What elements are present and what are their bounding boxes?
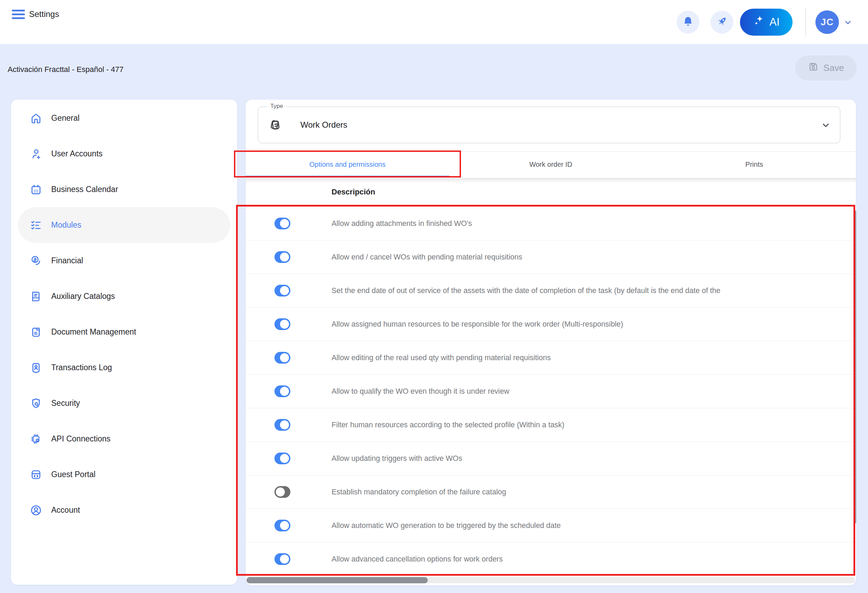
sidebar-item-api-connections[interactable]: API Connections (18, 421, 230, 457)
tab-work-order-id[interactable]: Work order ID (449, 152, 653, 177)
sidebar-item-guest-portal[interactable]: Guest Portal (18, 457, 230, 492)
sidebar-item-modules[interactable]: Modules (18, 207, 230, 243)
tab-prints[interactable]: Prints (652, 152, 856, 177)
permission-row: Set the end date of out of service of th… (246, 274, 856, 308)
tab-label: Prints (745, 161, 763, 168)
permission-label: Set the end date of out of service of th… (332, 286, 856, 295)
top-bar: Settings (0, 0, 868, 44)
toggle-switch[interactable] (275, 385, 290, 397)
sidebar-item-business-calendar[interactable]: Business Calendar (18, 172, 230, 207)
permission-row: Allow editing of the real used qty with … (246, 341, 856, 375)
chevron-down-icon[interactable] (843, 18, 853, 29)
vertical-scrollbar[interactable] (853, 210, 856, 524)
avatar-initials: JC (821, 16, 834, 28)
sidebar-item-user-accounts[interactable]: User Accounts (18, 136, 230, 172)
sidebar-item-financial[interactable]: Financial (18, 243, 230, 279)
chevron-down-icon[interactable] (821, 120, 831, 132)
sidebar-item-label: General (51, 114, 80, 123)
type-select-value: Work Orders (300, 107, 347, 143)
breadcrumb: Activación Fracttal - Español - 477 (7, 65, 124, 74)
table-header-separator (246, 205, 856, 205)
sidebar-item-transactions-log[interactable]: Transactions Log (18, 350, 230, 385)
toggle-switch[interactable] (275, 419, 290, 431)
chip-gear-icon (30, 433, 42, 445)
notifications-button[interactable] (677, 11, 700, 34)
person-circle-icon (30, 504, 42, 516)
calendar-icon (30, 183, 42, 196)
page-title: Settings (29, 9, 59, 19)
permission-label: Allow updating triggers with active WOs (332, 454, 856, 463)
permission-row: Allow adding attachments in finished WO'… (246, 207, 856, 240)
sidebar-item-security[interactable]: Security (18, 385, 230, 421)
toggle-switch[interactable] (275, 553, 290, 565)
home-icon (30, 112, 42, 125)
sidebar-item-label: Document Management (51, 327, 136, 336)
sidebar-item-label: Auxiliary Catalogs (51, 292, 115, 301)
avatar[interactable]: JC (815, 10, 839, 34)
receipt-person-icon (30, 361, 42, 374)
tab-options-and-permissions[interactable]: Options and permissions (246, 152, 449, 177)
permission-label: Allow to qualify the WO even though it i… (332, 387, 856, 396)
sidebar-item-auxiliary-catalogs[interactable]: Auxiliary Catalogs (18, 279, 230, 314)
header-divider (805, 7, 806, 37)
toggle-switch[interactable] (275, 218, 290, 229)
permission-label: Allow end / cancel WOs with pending mate… (332, 253, 856, 261)
permission-row: Allow end / cancel WOs with pending mate… (246, 240, 856, 274)
permission-row: Filter human resources according to the … (246, 408, 856, 442)
browser-code-icon (30, 468, 42, 481)
tab-bar: Options and permissions Work order ID Pr… (246, 151, 856, 177)
sidebar-item-label: Account (51, 506, 80, 515)
horizontal-scrollbar-track[interactable] (247, 577, 855, 583)
ai-assistant-button[interactable]: AI (740, 9, 793, 35)
permission-label: Allow automatic WO generation to be trig… (332, 521, 856, 530)
type-select-label: Type (267, 103, 286, 110)
sidebar-item-document-management[interactable]: Document Management (18, 314, 230, 350)
permission-label: Establish mandatory completion of the fa… (332, 488, 856, 497)
dollar-coin-icon (30, 255, 42, 267)
toggle-switch[interactable] (275, 318, 290, 330)
document-icon (30, 326, 42, 338)
sidebar-item-account[interactable]: Account (18, 492, 230, 528)
permission-row: Establish mandatory completion of the fa… (246, 475, 856, 509)
sidebar-item-general[interactable]: General (18, 100, 230, 136)
catalog-book-icon (30, 290, 42, 303)
user-plus-icon (30, 148, 42, 160)
sidebar-item-label: Business Calendar (51, 185, 118, 194)
menu-icon[interactable] (12, 10, 25, 19)
permission-row: Allow to qualify the WO even though it i… (246, 375, 856, 408)
sidebar-item-label: Transactions Log (51, 363, 112, 372)
sidebar-item-label: Financial (51, 256, 83, 266)
rocket-icon (716, 15, 728, 29)
toggle-switch[interactable] (275, 520, 290, 531)
floppy-disk-icon (808, 61, 819, 75)
permission-label: Allow advanced cancellation options for … (332, 555, 856, 563)
whats-new-button[interactable] (710, 11, 734, 34)
permission-label: Allow assigned human resources to be res… (332, 320, 856, 329)
toggle-switch[interactable] (275, 486, 290, 498)
permission-row: Allow updating triggers with active WOs (246, 442, 856, 475)
type-select[interactable]: Type Work Orders (258, 106, 840, 143)
ai-sparkle-icon (753, 15, 765, 30)
toggle-switch[interactable] (275, 453, 290, 464)
notifications-bell-icon (682, 16, 694, 29)
checklist-icon (30, 219, 42, 232)
sidebar-item-label: Guest Portal (51, 470, 96, 479)
permission-label: Allow editing of the real used qty with … (332, 354, 856, 362)
work-order-icon (268, 118, 282, 133)
table-header-descripcion: Descripción (332, 187, 375, 196)
sidebar-item-label: API Connections (51, 434, 111, 444)
permission-row: Allow assigned human resources to be res… (246, 308, 856, 341)
save-button[interactable]: Save (795, 55, 856, 81)
sidebar-item-label: Modules (51, 220, 81, 230)
tabbar-shadow (246, 178, 856, 183)
toggle-switch[interactable] (275, 285, 290, 296)
horizontal-scrollbar-thumb[interactable] (247, 577, 428, 583)
permission-row: Allow automatic WO generation to be trig… (246, 509, 856, 543)
settings-sidebar: General User Accounts (11, 100, 237, 585)
toggle-switch[interactable] (275, 251, 290, 263)
tab-label: Work order ID (529, 161, 572, 168)
permission-label: Allow adding attachments in finished WO'… (332, 219, 856, 228)
toggle-switch[interactable] (275, 352, 290, 364)
modules-panel: Type Work Orders Options and permissions… (246, 100, 856, 586)
permission-row: Allow advanced cancellation options for … (246, 543, 856, 575)
